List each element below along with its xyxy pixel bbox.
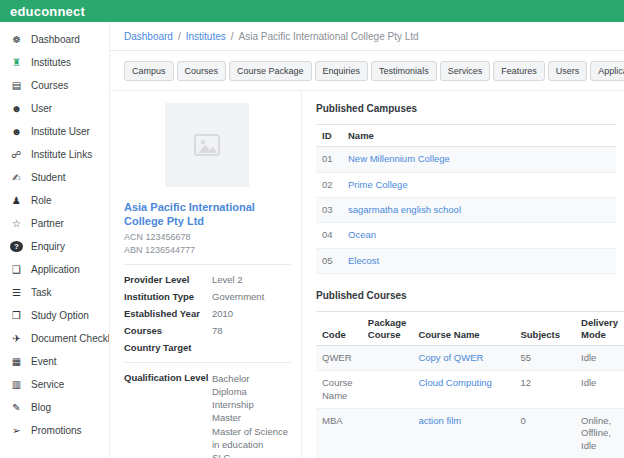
campus-link-elecost[interactable]: Elecost bbox=[348, 255, 379, 266]
campus-name-cell: Prime College bbox=[342, 172, 616, 197]
qualification-label: Qualification Level bbox=[124, 372, 212, 458]
campus-link-new-millennium-college[interactable]: New Millennium College bbox=[348, 153, 450, 164]
sidebar-item-label: Blog bbox=[31, 402, 51, 413]
campus-col-id: ID bbox=[316, 125, 342, 147]
gauge-icon: ☸ bbox=[10, 34, 23, 45]
tab-users[interactable]: Users bbox=[548, 61, 588, 81]
detail-label: Country Target bbox=[124, 342, 212, 353]
breadcrumb-link-dashboard[interactable]: Dashboard bbox=[124, 31, 173, 42]
course-link-cloud-computing[interactable]: Cloud Computing bbox=[418, 377, 491, 388]
detail-label: Institution Type bbox=[124, 291, 212, 302]
campus-col-name: Name bbox=[342, 125, 616, 147]
detail-label: Courses bbox=[124, 325, 212, 336]
sidebar-item-promotions[interactable]: ➢Promotions bbox=[0, 419, 109, 442]
sidebar-item-label: Partner bbox=[31, 218, 64, 229]
institute-name-link[interactable]: Asia Pacific International College Pty L… bbox=[124, 201, 289, 229]
campus-id: 04 bbox=[316, 223, 342, 248]
qualification-value: Internship bbox=[212, 398, 289, 411]
sidebar-item-blog[interactable]: ✎Blog bbox=[0, 396, 109, 419]
course-subjects: 55 bbox=[514, 345, 575, 370]
detail-row-country-target: Country Target bbox=[124, 342, 289, 353]
sidebar-item-label: Document Checklist bbox=[31, 333, 110, 344]
sidebar-item-label: Dashboard bbox=[31, 34, 80, 45]
breadcrumb: Dashboard/Institutes/Asia Pacific Intern… bbox=[110, 22, 624, 51]
campus-link-ocean[interactable]: Ocean bbox=[348, 229, 376, 240]
sidebar-item-document-checklist[interactable]: ✈Document Checklist bbox=[0, 327, 109, 350]
campus-id: 01 bbox=[316, 147, 342, 172]
sidebar-item-application[interactable]: ❑Application bbox=[0, 258, 109, 281]
published-panel: Published Campuses IDName 01New Millenni… bbox=[301, 91, 624, 458]
course-subjects: 12 bbox=[514, 371, 575, 409]
book-icon: ❒ bbox=[10, 310, 23, 321]
tab-testimonials[interactable]: Testimonials bbox=[371, 61, 437, 81]
campus-name-cell: Elecost bbox=[342, 248, 616, 273]
detail-value: Government bbox=[212, 291, 289, 302]
sidebar-item-label: Event bbox=[31, 356, 57, 367]
app-header: educonnect bbox=[0, 0, 624, 22]
campus-name-cell: New Millennium College bbox=[342, 147, 616, 172]
sidebar-item-courses[interactable]: ▤Courses bbox=[0, 74, 109, 97]
tab-applications[interactable]: Applications bbox=[590, 61, 624, 81]
app-logo: educonnect bbox=[10, 4, 85, 19]
tab-courses[interactable]: Courses bbox=[177, 61, 227, 81]
sidebar-item-task[interactable]: ☰Task bbox=[0, 281, 109, 304]
sidebar-item-institutes[interactable]: ♜Institutes bbox=[0, 51, 109, 74]
sidebar-item-service[interactable]: ▥Service bbox=[0, 373, 109, 396]
campus-link-prime-college[interactable]: Prime College bbox=[348, 179, 408, 190]
course-delivery: Idle bbox=[575, 345, 624, 370]
qualification-value: Master of Science in education bbox=[212, 425, 289, 452]
campus-row: 05Elecost bbox=[316, 248, 616, 273]
sidebar: ☸Dashboard♜Institutes▤Courses☻User☻Insti… bbox=[0, 22, 110, 458]
campus-id: 02 bbox=[316, 172, 342, 197]
detail-label: Provider Level bbox=[124, 274, 212, 285]
tab-services[interactable]: Services bbox=[440, 61, 491, 81]
tab-course-package[interactable]: Course Package bbox=[229, 61, 312, 81]
sidebar-item-label: Courses bbox=[31, 80, 68, 91]
sidebar-item-dashboard[interactable]: ☸Dashboard bbox=[0, 28, 109, 51]
course-link-copy-of-qwer[interactable]: Copy of QWER bbox=[418, 352, 483, 363]
detail-row-institution-type: Institution TypeGovernment bbox=[124, 291, 289, 302]
tab-campus[interactable]: Campus bbox=[124, 61, 174, 81]
qualification-row: Qualification Level BachelorDiplomaInter… bbox=[124, 372, 289, 458]
detail-value bbox=[212, 342, 289, 353]
sidebar-item-label: Service bbox=[31, 379, 64, 390]
tab-bar: CampusCoursesCourse PackageEnquiriesTest… bbox=[110, 51, 624, 90]
sidebar-item-partner[interactable]: ☆Partner bbox=[0, 212, 109, 235]
courses-table: CodePackage CourseCourse NameSubjectsDel… bbox=[316, 311, 624, 458]
book-icon: ❑ bbox=[10, 264, 23, 275]
sidebar-item-label: Student bbox=[31, 172, 65, 183]
sidebar-item-label: Application bbox=[31, 264, 80, 275]
breadcrumb-current: Asia Pacific International College Pty L… bbox=[239, 31, 419, 42]
qualification-value: Master bbox=[212, 411, 289, 424]
sidebar-item-student[interactable]: ✍Student bbox=[0, 166, 109, 189]
detail-row-courses: Courses78 bbox=[124, 325, 289, 336]
course-name-cell: Copy of QWER bbox=[412, 345, 514, 370]
course-delivery: Idle bbox=[575, 371, 624, 409]
megaphone-icon: ➢ bbox=[10, 425, 23, 436]
divider bbox=[124, 362, 291, 363]
course-link-action-film[interactable]: action film bbox=[418, 415, 461, 426]
tab-features[interactable]: Features bbox=[493, 61, 545, 81]
clipboard-icon: ▤ bbox=[10, 80, 23, 91]
sidebar-item-event[interactable]: ▦Event bbox=[0, 350, 109, 373]
sidebar-item-label: Role bbox=[31, 195, 52, 206]
sidebar-item-study-option[interactable]: ❒Study Option bbox=[0, 304, 109, 327]
institute-abn: ABN 1236544777 bbox=[124, 245, 289, 255]
user-icon: ☻ bbox=[10, 126, 23, 137]
campus-link-sagarmatha-english-school[interactable]: sagarmatha english school bbox=[348, 204, 461, 215]
sidebar-item-enquiry[interactable]: ?Enquiry bbox=[0, 235, 109, 258]
sidebar-item-role[interactable]: ♟Role bbox=[0, 189, 109, 212]
sidebar-item-user[interactable]: ☻User bbox=[0, 97, 109, 120]
qualification-values: BachelorDiplomaInternshipMasterMaster of… bbox=[212, 372, 289, 458]
sidebar-item-label: Institute Links bbox=[31, 149, 92, 160]
course-code: QWER bbox=[316, 345, 362, 370]
tab-enquiries[interactable]: Enquiries bbox=[315, 61, 369, 81]
sidebar-item-label: Enquiry bbox=[31, 241, 65, 252]
course-row: Course NameCloud Computing12Idle bbox=[316, 371, 624, 409]
sidebar-item-label: Promotions bbox=[31, 425, 82, 436]
sidebar-item-institute-user[interactable]: ☻Institute User bbox=[0, 120, 109, 143]
sidebar-item-institute-links[interactable]: ☍Institute Links bbox=[0, 143, 109, 166]
course-package bbox=[362, 408, 413, 458]
course-col-package-course: Package Course bbox=[362, 312, 413, 346]
breadcrumb-link-institutes[interactable]: Institutes bbox=[186, 31, 226, 42]
